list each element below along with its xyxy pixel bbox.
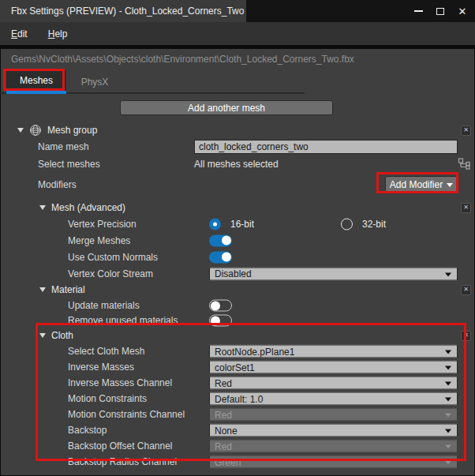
update-materials-label: Update materials [0,300,140,311]
select-cloth-mesh-dropdown[interactable]: RootNode.pPlane1 [209,345,458,358]
inverse-masses-channel-dropdown[interactable]: Red [209,377,458,390]
minimize-button[interactable] [407,1,429,21]
add-modifier-button[interactable]: Add Modifier [385,176,458,193]
dropdown-value: Disabled [215,268,252,279]
window-title: Fbx Settings (PREVIEW) - Cloth_Locked_Co… [0,0,246,22]
backstop-row: Backstop None [0,422,475,438]
chevron-down-icon [445,414,451,418]
toggle-knob [211,316,220,325]
merge-meshes-row: Merge Meshes [0,232,475,249]
modifiers-label: Modifiers [0,179,77,190]
backstop-offset-channel-label: Backstop Offset Channel [0,440,173,452]
chevron-down-icon [445,366,451,370]
material-title: Material [51,284,85,295]
toggle-knob [211,301,220,310]
window-title-text: Fbx Settings (PREVIEW) - Cloth_Locked_Co… [11,6,244,17]
vertex-precision-row: Vertex Precision 16-bit 32-bit [0,216,475,232]
menu-edit-mnemonic: E [11,28,17,39]
fbx-settings-window: Fbx Settings (PREVIEW) - Cloth_Locked_Co… [0,0,475,476]
settings-panel: Add another mesh Mesh group ✕ Name mesh … [0,96,475,470]
mesh-advanced-header: Mesh (Advanced) ✕ [0,200,475,216]
file-path: Gems\NvCloth\Assets\Objects\cloth\Enviro… [11,54,354,65]
menu-edit-rest: dit [17,28,28,39]
triangle-down-icon[interactable] [17,128,24,133]
close-button[interactable]: ✕ [451,1,473,21]
triangle-down-icon[interactable] [39,287,46,292]
select-meshes-label: Select meshes [0,159,100,170]
hierarchy-tree-icon[interactable] [458,158,471,171]
material-header: Material ✕ [0,282,475,298]
add-another-mesh-button[interactable]: Add another mesh [120,100,333,115]
vertex-color-stream-label: Vertex Color Stream [0,268,153,279]
dropdown-value: RootNode.pPlane1 [215,346,294,357]
motion-constraints-channel-dropdown: Red [209,408,458,422]
vertex-color-stream-dropdown[interactable]: Disabled [209,267,458,280]
backstop-radius-channel-dropdown: Green [209,455,458,469]
inverse-masses-channel-label: Inverse Masses Channel [0,377,172,388]
cloth-title: Cloth [51,330,73,341]
material-close-button[interactable]: ✕ [461,285,471,295]
title-bar: Fbx Settings (PREVIEW) - Cloth_Locked_Co… [0,0,475,22]
radio-32bit[interactable] [341,218,353,230]
title-bar-controls: ✕ [246,0,475,22]
select-meshes-value: All meshes selected [194,159,279,170]
select-cloth-mesh-label: Select Cloth Mesh [0,346,144,357]
chevron-down-icon [447,183,453,187]
update-materials-row: Update materials [0,298,475,313]
dropdown-value: None [215,425,238,436]
chevron-down-icon [445,398,451,402]
inverse-masses-dropdown[interactable]: colorSet1 [209,361,458,374]
select-meshes-row: Select meshes All meshes selected [0,156,475,173]
motion-constraints-row: Motion Constraints Default: 1.0 [0,391,475,407]
modifiers-row: Modifiers Add Modifier [0,173,475,197]
merge-meshes-label: Merge Meshes [0,235,130,246]
radio-16bit[interactable] [209,218,221,230]
use-custom-normals-row: Use Custom Normals [0,249,475,265]
menu-help[interactable]: Help [48,28,68,39]
update-materials-toggle[interactable] [209,300,232,312]
menu-help-rest: elp [54,28,67,39]
tab-meshes[interactable]: Meshes [6,70,66,94]
cloth-header: Cloth ✕ [0,328,475,343]
tab-physx-label: PhysX [81,77,109,88]
remove-unused-materials-label: Remove unused materials [0,315,178,326]
maximize-button[interactable] [429,1,451,21]
chevron-down-icon [445,350,451,354]
dropdown-value: colorSet1 [215,362,255,373]
motion-constraints-dropdown[interactable]: Default: 1.0 [209,392,458,406]
backstop-radius-channel-label: Backstop Radius Channel [0,456,177,467]
chevron-down-icon [445,429,451,433]
dropdown-value: Default: 1.0 [215,393,263,404]
file-path-bar: Gems\NvCloth\Assets\Objects\cloth\Enviro… [0,49,475,69]
select-cloth-mesh-row: Select Cloth Mesh RootNode.pPlane1 [0,343,475,359]
vertex-color-stream-row: Vertex Color Stream Disabled [0,265,475,282]
menu-edit[interactable]: Edit [11,28,28,39]
backstop-dropdown[interactable]: None [209,424,458,437]
use-custom-normals-toggle[interactable] [209,251,232,263]
use-custom-normals-label: Use Custom Normals [0,252,158,263]
tab-physx[interactable]: PhysX [74,70,115,94]
backstop-label: Backstop [0,425,107,436]
mesh-group-close-button[interactable]: ✕ [461,126,471,136]
inverse-masses-channel-row: Inverse Masses Channel Red [0,375,475,391]
vertex-precision-label: Vertex Precision [0,219,137,230]
chevron-down-icon [445,445,451,449]
wireframe-sphere-icon [29,124,42,137]
remove-unused-materials-toggle[interactable] [209,315,232,327]
name-mesh-input[interactable]: cloth_locked_corners_two [194,140,458,154]
toggle-knob [222,236,231,245]
menu-bar: Edit Help [0,22,475,45]
name-mesh-label: Name mesh [0,141,89,152]
cloth-close-button[interactable]: ✕ [461,331,471,341]
name-mesh-value: cloth_locked_corners_two [199,141,309,152]
triangle-down-icon[interactable] [39,333,46,338]
tab-meshes-label: Meshes [20,75,53,86]
backstop-offset-channel-dropdown: Red [209,440,458,453]
mesh-advanced-title: Mesh (Advanced) [51,202,125,213]
merge-meshes-toggle[interactable] [209,234,232,246]
triangle-down-icon[interactable] [39,205,46,210]
mesh-advanced-close-button[interactable]: ✕ [461,203,471,213]
inverse-masses-row: Inverse Masses colorSet1 [0,359,475,375]
remove-unused-materials-row: Remove unused materials [0,313,475,328]
radio-32bit-label: 32-bit [362,219,386,230]
